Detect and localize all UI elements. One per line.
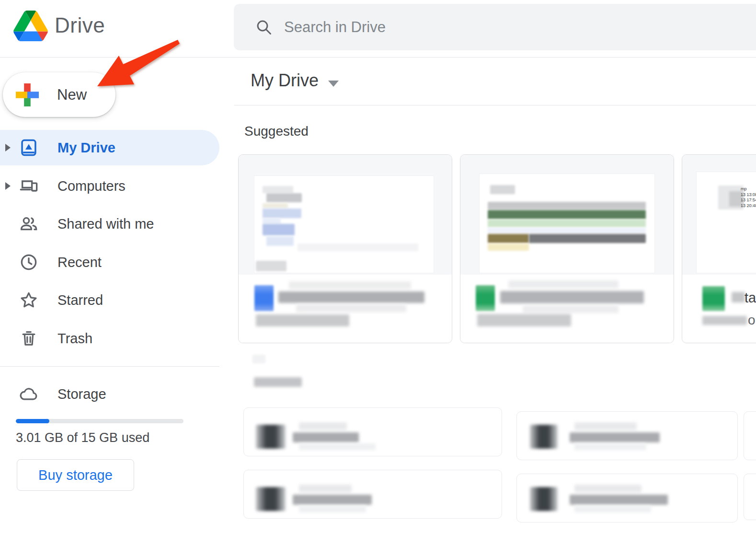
blurred-text <box>574 485 641 492</box>
blurred-text <box>299 422 347 430</box>
blurred-file-title <box>500 291 644 303</box>
blurred-text <box>523 305 619 313</box>
blurred-file-meta <box>702 316 747 325</box>
sidebar-divider <box>0 366 219 367</box>
blurred-text <box>296 304 406 312</box>
doc-icon <box>254 285 274 311</box>
blurred-file-meta <box>256 314 349 326</box>
page-title: My Drive <box>251 70 319 91</box>
blurred-text <box>299 506 366 512</box>
buy-storage-label: Buy storage <box>38 467 113 483</box>
file-preview <box>460 155 674 275</box>
my-drive-icon <box>19 138 38 157</box>
file-row[interactable] <box>243 470 502 519</box>
blurred-file-meta <box>477 314 571 326</box>
chevron-down-icon[interactable] <box>328 81 339 87</box>
blurred-text <box>574 422 637 430</box>
blurred-content-block <box>266 236 294 246</box>
sidebar-item-label: Starred <box>57 292 103 308</box>
timestamp-text-block: mp 13 13:08:1 13 17:54:4 13 20:48:3 <box>741 186 756 209</box>
file-row[interactable] <box>744 474 756 520</box>
suggested-heading: Suggested <box>244 124 309 139</box>
blurred-content-block <box>263 186 293 193</box>
new-button-label: New <box>57 86 87 104</box>
sidebar-item-label: Storage <box>57 386 106 402</box>
sidebar-item-storage[interactable]: Storage <box>0 376 219 412</box>
sheet-icon <box>476 285 495 311</box>
sidebar-item-label: Computers <box>57 178 126 194</box>
blurred-file-name <box>570 432 660 442</box>
file-type-icon-blurred <box>530 425 558 449</box>
file-meta-fragment: on <box>748 313 756 328</box>
sidebar-item-starred[interactable]: Starred <box>0 282 219 318</box>
suggested-card[interactable]: mp 13 13:08:1 13 17:54:4 13 20:48:3 tar … <box>682 154 756 343</box>
expand-arrow-icon[interactable] <box>5 144 11 151</box>
blurred-content-block <box>488 210 646 219</box>
blurred-content-block <box>529 234 646 243</box>
blurred-text <box>508 280 619 288</box>
blurred-content-block <box>263 203 288 208</box>
blurred-file-name <box>570 495 668 505</box>
file-row[interactable] <box>516 411 738 460</box>
storage-progress-bar <box>16 419 183 423</box>
sidebar-item-label: My Drive <box>57 140 115 156</box>
blurred-content-block <box>488 228 646 233</box>
blurred-content-block <box>488 220 646 227</box>
drive-logo[interactable] <box>13 11 48 41</box>
search-icon <box>255 19 273 36</box>
blurred-content-block <box>488 202 646 209</box>
suggested-card[interactable] <box>460 154 674 343</box>
sidebar-item-my-drive[interactable]: My Drive <box>0 130 219 165</box>
sidebar-item-computers[interactable]: Computers <box>0 168 219 204</box>
blurred-content-block <box>263 224 295 235</box>
file-row[interactable] <box>516 474 738 522</box>
blurred-section-label <box>252 355 265 363</box>
file-preview: mp 13 13:08:1 13 17:54:4 13 20:48:3 <box>682 155 756 275</box>
blurred-content-block <box>488 244 529 251</box>
blurred-content-block <box>490 185 515 194</box>
blurred-content-block <box>298 244 418 251</box>
blurred-file-name <box>293 495 372 505</box>
file-preview <box>239 155 452 275</box>
storage-usage-text: 3.01 GB of 15 GB used <box>16 430 149 445</box>
storage-progress-fill <box>16 419 49 423</box>
file-row[interactable] <box>243 407 502 456</box>
file-row[interactable] <box>744 411 756 460</box>
file-type-icon-blurred <box>530 487 558 511</box>
sheet-icon <box>702 286 725 311</box>
sidebar-item-trash[interactable]: Trash <box>0 321 219 356</box>
computers-icon <box>19 176 38 196</box>
blurred-content-block <box>256 261 286 271</box>
file-title-fragment: tar <box>745 290 756 306</box>
blurred-file-title <box>278 291 424 303</box>
sidebar-item-label: Trash <box>57 331 92 347</box>
search-placeholder: Search in Drive <box>284 19 386 36</box>
blurred-text <box>574 506 651 512</box>
file-card-footer <box>239 275 452 343</box>
file-type-icon-blurred <box>256 425 286 449</box>
blurred-content-block <box>263 209 301 218</box>
suggested-card[interactable] <box>238 154 452 343</box>
buy-storage-button[interactable]: Buy storage <box>17 459 134 491</box>
drive-logo-icon <box>13 11 48 41</box>
header-divider <box>0 57 756 58</box>
blurred-file-name <box>293 432 359 442</box>
app-title: Drive <box>55 13 105 37</box>
blurred-content-block <box>263 218 281 224</box>
timestamp-header: mp <box>741 186 756 192</box>
blurred-section-heading <box>254 377 302 387</box>
file-type-icon-blurred <box>256 487 286 511</box>
sidebar-item-recent[interactable]: Recent <box>0 244 219 280</box>
plus-multicolor-icon <box>16 83 39 106</box>
blurred-text <box>299 485 352 492</box>
sidebar-item-label: Shared with me <box>57 216 154 232</box>
sidebar-item-shared-with-me[interactable]: Shared with me <box>0 206 219 242</box>
shared-people-icon <box>19 214 38 233</box>
expand-arrow-icon[interactable] <box>5 182 11 190</box>
trash-icon <box>19 329 38 348</box>
timestamp-row: 13 17:54:4 <box>741 197 756 203</box>
timestamp-row: 13 20:48:3 <box>741 203 756 209</box>
search-input[interactable]: Search in Drive <box>234 4 756 50</box>
sidebar-item-label: Recent <box>57 255 102 270</box>
new-button[interactable]: New <box>3 72 115 117</box>
